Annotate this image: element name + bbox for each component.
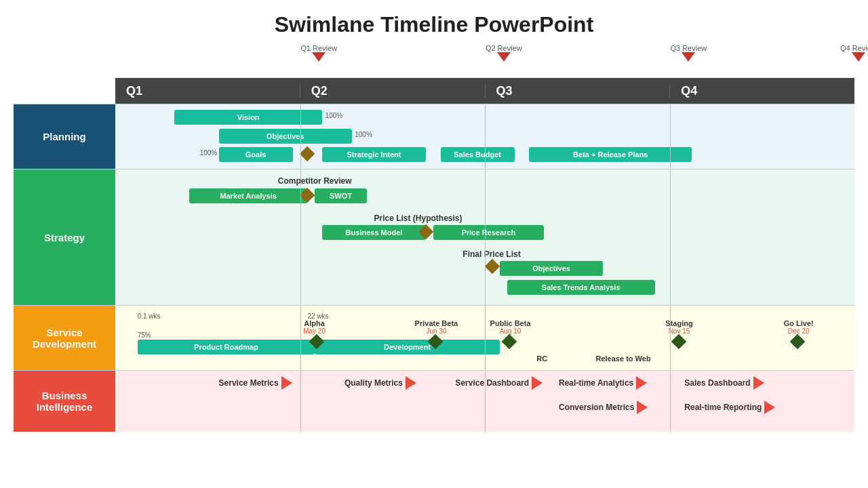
strategy-label: Strategy: [14, 169, 115, 305]
private-beta-label: Private Beta: [415, 319, 458, 327]
price-list-label: Price List (Hypothesis): [374, 214, 462, 223]
objectives-pct: 100%: [355, 131, 372, 138]
strategic-intent-bar: Strategic Intent: [322, 147, 426, 162]
sales-trends-bar: Sales Trends Analysis: [507, 280, 655, 295]
golive-point: Go Live! Dec 20: [797, 319, 814, 347]
alpha-date: May 20: [303, 327, 326, 335]
marker-triangle-4: [852, 52, 865, 62]
staging-point: Staging Nov 15: [679, 319, 692, 347]
divider-s-q3q4: [670, 169, 671, 305]
bi-label: Business Intelligence: [14, 371, 115, 432]
quarter-marker-1: Q1 Review: [300, 44, 337, 62]
private-beta-date: Jun 30: [415, 327, 458, 335]
service-dev-content: 0.1 wks 75% 22 wks Product Roadmap Devel…: [115, 306, 854, 370]
page: Swimlane Timeline PowerPoint Q1 ReviewQ2…: [0, 0, 868, 432]
goals-bar: Goals: [219, 147, 293, 162]
realtime-analytics-flag: [636, 376, 647, 390]
public-beta-diamond: [501, 334, 517, 350]
quarter-marker-2: Q2 Review: [486, 44, 522, 62]
swot-bar: SWOT: [315, 188, 366, 203]
vision-bar: Vision: [174, 110, 322, 125]
swimlane-service: Service Development 0.1 wks 75% 22 wks P…: [14, 305, 854, 370]
conversion-metrics-flag: [637, 401, 648, 414]
divider-sd-q3q4: [670, 306, 671, 370]
planning-label: Planning: [14, 104, 115, 169]
marker-label-3: Q3 Review: [670, 44, 707, 52]
marker-triangle-2: [497, 52, 511, 62]
quarter-header: Q1 Q2 Q3 Q4: [115, 78, 854, 104]
rc-label: RC: [536, 354, 547, 363]
goals-milestone: [300, 146, 315, 162]
quarter-marker-4: Q4 Review: [840, 44, 868, 62]
divider-sd-q1q2: [300, 306, 301, 370]
q4-cell: Q4: [670, 84, 854, 98]
strategy-content: Competitor Review Market Analysis SWOT P…: [115, 169, 854, 305]
page-title: Swimlane Timeline PowerPoint: [0, 0, 868, 44]
golive-label: Go Live!: [784, 319, 814, 327]
vision-pct: 100%: [326, 112, 343, 119]
quality-metrics-flag: [406, 376, 416, 390]
staging-diamond: [671, 334, 687, 350]
marker-label-2: Q2 Review: [486, 44, 522, 52]
roadmap-weeks1: 0.1 wks: [138, 312, 161, 320]
bi-content: Service Metrics Quality Metrics Service …: [115, 371, 854, 432]
divider-bi-q3q4: [670, 371, 671, 432]
marker-label-4: Q4 Review: [840, 44, 868, 52]
competitor-review-label: Competitor Review: [278, 176, 352, 186]
realtime-reporting-item: Real-time Reporting: [684, 401, 775, 414]
public-beta-point: Public Beta Aug 10: [509, 319, 531, 347]
alpha-label: Alpha: [303, 319, 326, 327]
service-metrics-flag: [281, 376, 292, 390]
q2-cell: Q2: [300, 84, 486, 98]
marker-triangle-3: [682, 52, 695, 62]
swimlane-strategy: Strategy Competitor Review Market Analys…: [14, 169, 854, 305]
alpha-point: Alpha May 20: [317, 319, 326, 347]
quality-metrics-text: Quality Metrics: [344, 378, 403, 388]
realtime-analytics-text: Real-time Analytics: [559, 378, 633, 388]
conversion-metrics-text: Conversion Metrics: [559, 403, 634, 412]
marker-label-1: Q1 Review: [300, 44, 337, 52]
final-price-list-label: Final Price List: [462, 249, 520, 259]
realtime-reporting-text: Real-time Reporting: [684, 403, 762, 412]
conversion-metrics-item: Conversion Metrics: [559, 401, 648, 414]
business-model-bar: Business Model: [322, 225, 426, 240]
planning-content: Vision 100% Objectives 100% 100% Goals S…: [115, 104, 854, 169]
sales-dashboard-item: Sales Dashboard: [684, 376, 764, 390]
public-beta-date: Aug 10: [490, 327, 531, 335]
strategy-objectives-bar: Objectives: [500, 261, 604, 276]
marker-triangle-1: [312, 52, 326, 62]
roadmap-pct: 75%: [138, 331, 151, 339]
golive-date: Dec 20: [784, 327, 814, 335]
staging-label: Staging: [665, 319, 692, 327]
strategy-milestone3: [485, 259, 500, 274]
service-metrics-item: Service Metrics: [219, 376, 292, 390]
realtime-reporting-flag: [764, 401, 775, 414]
divider-bi-q1q2: [300, 371, 301, 432]
q1-cell: Q1: [115, 84, 300, 98]
sales-dashboard-flag: [753, 376, 764, 390]
swimlane-planning: Planning Vision 100% Objectives 100% 100…: [14, 104, 854, 169]
q3-cell: Q3: [486, 84, 671, 98]
golive-diamond: [789, 334, 805, 350]
product-roadmap-bar: Product Roadmap: [138, 340, 315, 354]
realtime-analytics-item: Real-time Analytics: [559, 376, 647, 390]
market-analysis-bar: Market Analysis: [189, 188, 307, 203]
quarter-markers: Q1 ReviewQ2 ReviewQ3 ReviewQ4 Review: [115, 44, 854, 78]
sales-budget-bar: Sales Budget: [441, 147, 515, 162]
release-web-label: Release to Web: [596, 354, 651, 363]
beta-release-bar: Beta + Release Plans: [529, 147, 692, 162]
private-beta-point: Private Beta Jun 30: [435, 319, 458, 347]
quality-metrics-item: Quality Metrics: [344, 376, 416, 390]
swimlane-bi: Business Intelligence Service Metrics Qu…: [14, 370, 854, 432]
timeline-container: Q1 ReviewQ2 ReviewQ3 ReviewQ4 Review Q1 …: [14, 44, 854, 432]
service-dashboard-item: Service Dashboard: [455, 376, 542, 390]
sales-dashboard-text: Sales Dashboard: [684, 378, 750, 388]
development-bar: Development: [315, 340, 500, 354]
service-metrics-text: Service Metrics: [219, 378, 279, 388]
objectives-bar: Objectives: [219, 129, 352, 144]
price-research-bar: Price Research: [433, 225, 545, 240]
public-beta-label: Public Beta: [490, 319, 531, 327]
goals-pct: 100%: [200, 149, 218, 157]
quarter-marker-3: Q3 Review: [670, 44, 707, 62]
divider-sd-q2q3: [485, 306, 486, 370]
